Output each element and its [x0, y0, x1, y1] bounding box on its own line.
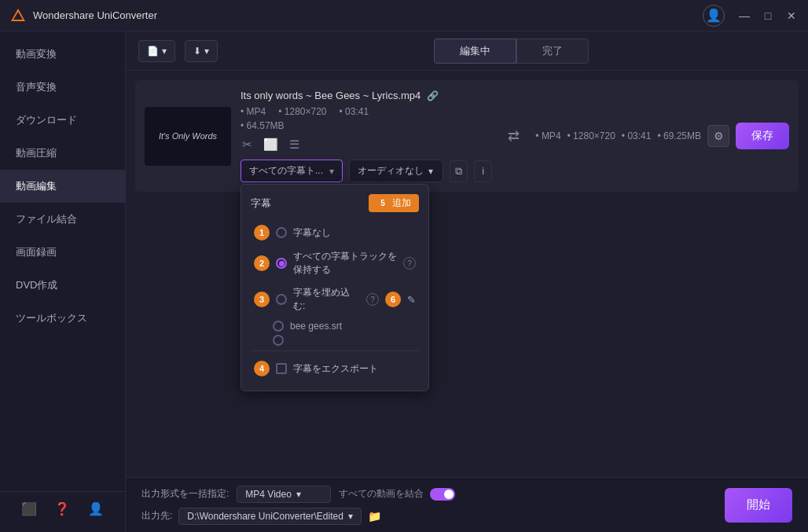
account-avatar[interactable]: 👤: [703, 5, 725, 27]
radio-empty-srt[interactable]: [273, 335, 284, 346]
panel-title: 字幕: [251, 196, 271, 211]
sidebar-item-compress[interactable]: 動画圧縮: [0, 137, 125, 170]
info-button[interactable]: i: [474, 160, 492, 182]
audio-dropdown-button[interactable]: オーディオなし ▾: [349, 160, 443, 182]
panel-divider: [251, 350, 419, 351]
burn-in-option-1[interactable]: bee gees.srt: [251, 317, 419, 332]
sidebar-item-toolbox[interactable]: ツールボックス: [0, 302, 125, 335]
thumb-text: It's Only Words: [159, 130, 217, 141]
sidebar-item-edit[interactable]: 動画編集: [0, 170, 125, 203]
effects-icon[interactable]: ☰: [288, 136, 301, 153]
export-label: 字幕をエクスポート: [293, 362, 378, 376]
bee-gees-srt-label: bee gees.srt: [290, 321, 342, 332]
output-meta: MP4 1280×720 03:41 69.25MB: [535, 130, 701, 141]
option-num-3: 3: [254, 292, 270, 307]
option-num-4: 4: [254, 361, 270, 376]
tab-done[interactable]: 完了: [516, 39, 589, 64]
app-title: Wondershare UniConverter: [33, 9, 703, 21]
content-area: 📄 ▾ ⬇ ▾ 編集中 完了 It's: [126, 31, 808, 532]
bottom-settings: 出力形式を一括指定: MP4 Video ▾ すべての動画を結合 出力先:: [141, 486, 709, 525]
profile-icon[interactable]: 👤: [88, 501, 104, 516]
external-link-icon[interactable]: 🔗: [427, 90, 439, 101]
subtitle-option-all[interactable]: 2 すべての字幕トラックを保持する ?: [251, 245, 419, 281]
close-button[interactable]: ✕: [784, 9, 799, 23]
tab-editing[interactable]: 編集中: [434, 39, 516, 64]
radio-no-sub[interactable]: [276, 227, 287, 238]
minimize-button[interactable]: —: [737, 9, 751, 23]
help-icon-all-sub[interactable]: ?: [403, 257, 416, 270]
file-actions: ✂ ⬜ ☰: [241, 136, 492, 153]
merge-label: すべての動画を結合: [339, 487, 424, 501]
subtitle-option-none[interactable]: 1 字幕なし: [251, 220, 419, 245]
format-select[interactable]: MP4 Video ▾: [237, 486, 331, 503]
format-label: 出力形式を一括指定:: [141, 487, 229, 501]
radio-bee-gees-srt[interactable]: [273, 321, 284, 332]
merge-row: すべての動画を結合: [339, 487, 455, 501]
size-out: 69.25MB: [657, 130, 701, 141]
burn-in-option-2[interactable]: [251, 332, 419, 346]
sidebar-item-audio-convert[interactable]: 音声変換: [0, 71, 125, 104]
all-sub-label: すべての字幕トラックを保持する: [293, 250, 397, 277]
file-meta-size: 64.57MB: [241, 120, 492, 131]
sidebar-item-label: ダウンロード: [16, 113, 77, 127]
output-path-value: D:\Wondershare UniConverter\Edited: [187, 511, 343, 522]
duration-out: 03:41: [622, 130, 652, 141]
subtitle-label: すべての字幕ト...: [249, 164, 323, 178]
add-file-button[interactable]: 📄 ▾: [138, 40, 175, 62]
option-num-1: 1: [254, 225, 270, 240]
layout-icon[interactable]: ⬛: [21, 501, 37, 516]
option-num-6: 6: [385, 292, 401, 307]
panel-header: 字幕 5追加: [251, 194, 419, 212]
burn-in-label: 字幕を埋め込む:: [293, 286, 360, 313]
bottom-bar: 出力形式を一括指定: MP4 Video ▾ すべての動画を結合 出力先:: [126, 477, 808, 532]
preview-button[interactable]: ⧉: [450, 160, 468, 182]
file-meta-input: MP4 1280×720 03:41: [241, 106, 492, 117]
format-in: MP4: [241, 106, 266, 117]
subtitle-dropdown-button[interactable]: すべての字幕ト... ▾: [241, 160, 343, 182]
settings-gear-button[interactable]: ⚙: [707, 125, 729, 147]
subtitle-option-burn[interactable]: 3 字幕を埋め込む: ? 6 ✎: [251, 281, 419, 317]
add-file-icon: 📄: [147, 46, 159, 57]
sidebar-item-download[interactable]: ダウンロード: [0, 104, 125, 137]
add-subtitle-button[interactable]: 5追加: [369, 194, 419, 212]
edit-icon[interactable]: ✎: [407, 294, 416, 306]
tab-group: 編集中 完了: [434, 39, 589, 64]
toolbar: 📄 ▾ ⬇ ▾ 編集中 完了: [126, 31, 808, 71]
cut-icon[interactable]: ✂: [241, 136, 254, 153]
maximize-button[interactable]: □: [761, 9, 775, 23]
help-icon-burn[interactable]: ?: [366, 293, 379, 306]
download-icon: ⬇: [193, 46, 201, 57]
sidebar-item-dvd[interactable]: DVD作成: [0, 269, 125, 302]
output-label: 出力先:: [141, 509, 172, 523]
output-path-select[interactable]: D:\Wondershare UniConverter\Edited ▾: [178, 508, 362, 525]
swap-icon[interactable]: ⇄: [508, 127, 520, 145]
sidebar-item-merge[interactable]: ファイル結合: [0, 203, 125, 236]
sidebar-item-label: DVD作成: [16, 278, 57, 292]
export-checkbox[interactable]: [276, 363, 287, 374]
sidebar-item-video-convert[interactable]: 動画変換: [0, 38, 125, 71]
chevron-down-icon: ▾: [204, 46, 209, 57]
merge-toggle[interactable]: [430, 488, 455, 501]
add-download-button[interactable]: ⬇ ▾: [185, 40, 218, 62]
radio-all-sub[interactable]: [276, 258, 287, 269]
sidebar: 動画変換 音声変換 ダウンロード 動画圧縮 動画編集 ファイル結合 画面録画 D…: [0, 31, 126, 532]
toggle-knob: [444, 490, 454, 499]
help-icon[interactable]: ❓: [54, 501, 70, 516]
preview-icon: ⧉: [455, 165, 462, 178]
window-controls: — □ ✕: [737, 9, 799, 23]
file-area: It's Only Words Its only words ~ Bee Gee…: [126, 71, 808, 477]
folder-icon[interactable]: 📁: [368, 510, 381, 523]
sidebar-item-label: 動画編集: [16, 179, 57, 193]
save-button[interactable]: 保存: [736, 123, 789, 149]
crop-icon[interactable]: ⬜: [262, 136, 280, 153]
subtitle-controls-row: すべての字幕ト... ▾ オーディオなし ▾ ⧉ i: [241, 160, 492, 182]
output-settings: MP4 1280×720 03:41 69.25MB ⚙ 保存: [535, 123, 789, 149]
size-in: 64.57MB: [241, 120, 285, 131]
subtitle-option-export[interactable]: 4 字幕をエクスポート: [251, 356, 419, 381]
sidebar-item-label: 音声変換: [16, 80, 57, 94]
sidebar-bottom: ⬛ ❓ 👤: [0, 491, 125, 526]
sidebar-item-record[interactable]: 画面録画: [0, 236, 125, 269]
radio-burn-in[interactable]: [276, 294, 287, 305]
subtitle-dropdown-panel: 字幕 5追加 1 字幕なし 2: [241, 184, 429, 391]
start-button[interactable]: 開始: [725, 488, 792, 523]
